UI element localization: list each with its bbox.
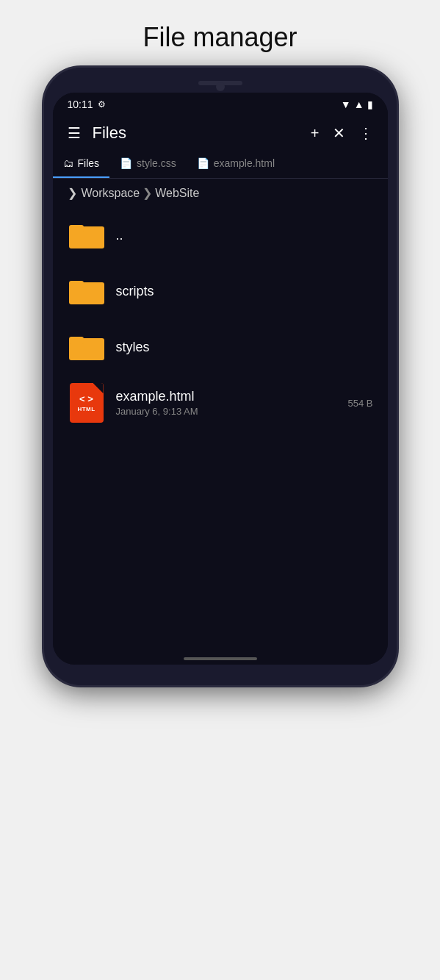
tab-style-css[interactable]: 📄 style.css — [109, 150, 187, 178]
tabs-bar: 🗂 Files 📄 style.css 📄 example.html — [53, 150, 388, 179]
tab-style-css-label: style.css — [137, 157, 176, 169]
tab-example-html-icon: 📄 — [197, 157, 209, 169]
breadcrumb-chevron: ❯ — [68, 186, 77, 200]
list-item[interactable]: .. — [53, 207, 388, 263]
file-size: 554 B — [348, 398, 373, 409]
breadcrumb-separator: ❯ — [143, 186, 152, 200]
tab-example-html-label: example.html — [214, 157, 275, 169]
add-button[interactable]: + — [311, 125, 320, 142]
file-list: .. scripts — [53, 207, 388, 648]
folder-icon — [69, 221, 104, 250]
list-item[interactable]: < > HTML example.html January 6, 9:13 AM… — [53, 375, 388, 431]
wifi-icon: ▼ — [341, 99, 351, 110]
signal-icon: ▲ — [354, 99, 364, 110]
file-meta: January 6, 9:13 AM — [116, 406, 348, 417]
phone-bottom — [53, 648, 388, 665]
file-name: .. — [116, 228, 123, 243]
battery-icon: ▮ — [367, 99, 373, 110]
breadcrumb: ❯ Workspace ❯ WebSite — [53, 179, 388, 207]
hamburger-icon[interactable]: ☰ — [68, 124, 81, 142]
more-options-icon[interactable]: ⋮ — [358, 124, 373, 142]
file-name: example.html — [116, 389, 195, 404]
svg-rect-1 — [69, 225, 84, 232]
status-bar: 10:11 ⚙ ▼ ▲ ▮ — [53, 93, 388, 116]
phone-screen: 10:11 ⚙ ▼ ▲ ▮ ☰ Files + ✕ ⋮ 🗂 — [53, 93, 388, 665]
folder-icon — [69, 276, 104, 306]
list-item[interactable]: scripts — [53, 263, 388, 319]
html-label: HTML — [77, 406, 95, 412]
file-name: scripts — [116, 284, 154, 298]
breadcrumb-workspace[interactable]: Workspace — [82, 187, 140, 200]
phone-camera — [216, 82, 225, 91]
svg-rect-5 — [69, 337, 84, 344]
app-header: ☰ Files + ✕ ⋮ — [53, 116, 388, 150]
breadcrumb-website[interactable]: WebSite — [155, 187, 199, 200]
file-name: styles — [116, 340, 150, 354]
tab-example-html[interactable]: 📄 example.html — [187, 150, 285, 178]
svg-rect-3 — [69, 281, 84, 288]
close-button[interactable]: ✕ — [333, 124, 345, 142]
phone-top-bar — [53, 81, 388, 85]
list-item[interactable]: styles — [53, 319, 388, 375]
settings-icon: ⚙ — [98, 99, 106, 110]
tab-files[interactable]: 🗂 Files — [53, 150, 110, 178]
home-indicator — [184, 657, 257, 660]
tab-files-icon: 🗂 — [63, 157, 73, 169]
tab-files-label: Files — [78, 157, 100, 169]
page-title: File manager — [0, 0, 440, 68]
phone-frame: 10:11 ⚙ ▼ ▲ ▮ ☰ Files + ✕ ⋮ 🗂 — [44, 68, 397, 685]
folder-icon — [69, 332, 104, 362]
header-title: Files — [93, 124, 126, 143]
html-file-icon: < > HTML — [70, 383, 104, 423]
status-time: 10:11 — [68, 99, 93, 110]
tab-style-css-icon: 📄 — [120, 157, 132, 169]
